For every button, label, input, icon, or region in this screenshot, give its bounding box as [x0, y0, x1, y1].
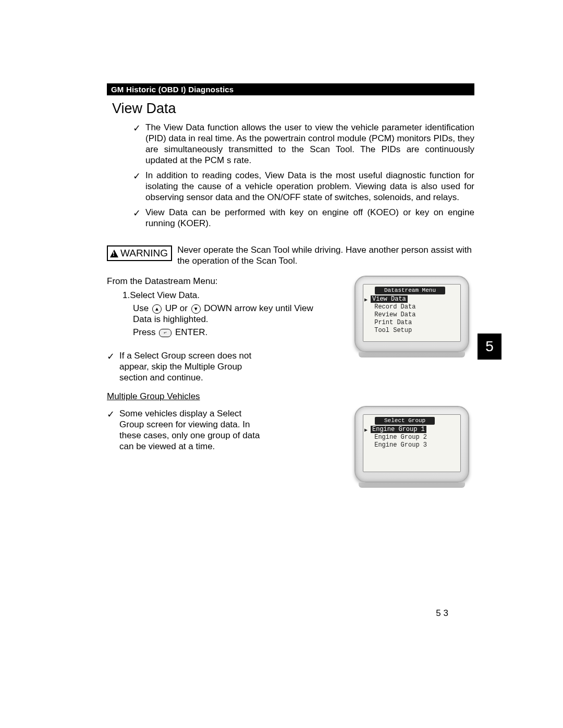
step-text: ENTER.	[175, 327, 207, 337]
intro-check-2: ✓ In addition to reading codes, View Dat…	[133, 170, 474, 203]
warning-triangle-icon	[110, 250, 118, 257]
checkmark-icon: ✓	[133, 207, 145, 229]
device-select-group: Select GroupEngine Group 1 Engine Group …	[354, 406, 474, 503]
down-arrow-key-icon: ▼	[191, 304, 201, 314]
enter-key-icon: ↵	[159, 329, 172, 337]
checkmark-icon: ✓	[107, 350, 119, 383]
scan-tool-frame: Select GroupEngine Group 1 Engine Group …	[354, 406, 469, 483]
intro-check-1: ✓ The View Data function allows the user…	[133, 122, 474, 166]
checkmark-icon: ✓	[133, 122, 145, 166]
page-title: View Data	[112, 101, 474, 117]
step-block-1: From the Datastream Menu: 1.Select View …	[107, 276, 474, 387]
step-text: Press	[133, 327, 155, 337]
up-arrow-key-icon: ▲	[152, 304, 162, 314]
scan-tool-screen-datastream: Datastream MenuView Data Record Data Rev…	[363, 284, 461, 342]
checkmark-icon: ✓	[107, 408, 119, 452]
after-step-check: ✓ If a Select Group screen does not appe…	[107, 350, 339, 383]
step-text: Use	[133, 303, 149, 313]
intro-text-2: In addition to reading codes, View Data …	[145, 170, 474, 203]
section-tab: 5	[478, 334, 501, 360]
step-intro: From the Datastream Menu:	[107, 276, 339, 287]
warning-label: WARNING	[107, 245, 172, 261]
step-block-2: ✓ Some vehicles display a Select Group s…	[107, 406, 474, 503]
scan-tool-frame: Datastream MenuView Data Record Data Rev…	[354, 276, 469, 352]
warning-label-text: WARNING	[120, 248, 168, 259]
step-instructions: From the Datastream Menu: 1.Select View …	[107, 276, 339, 387]
after-step-text: If a Select Group screen does not appear…	[119, 350, 260, 383]
chapter-header: GM Historic (OBD I) Diagnostics	[107, 83, 474, 95]
intro-text-3: View Data can be performed with key on e…	[145, 207, 474, 229]
intro-check-3: ✓ View Data can be performed with key on…	[133, 207, 474, 229]
warning-text: Never operate the Scan Tool while drivin…	[177, 244, 474, 266]
scan-tool-base	[359, 352, 465, 357]
multiple-group-text: Some vehicles display a Select Group scr…	[119, 408, 265, 452]
document-page: GM Historic (OBD I) Diagnostics View Dat…	[0, 0, 563, 728]
multiple-group-text-col: ✓ Some vehicles display a Select Group s…	[107, 406, 339, 503]
device-datastream: Datastream MenuView Data Record Data Rev…	[354, 276, 474, 387]
step-1-detail-press: Press ↵ ENTER.	[133, 327, 339, 338]
step-1-detail-use: Use ▲ UP or ▼ DOWN arrow key until View …	[133, 303, 339, 325]
step-text: UP or	[165, 303, 188, 313]
checkmark-icon: ✓	[133, 170, 145, 203]
multiple-group-subheading: Multiple Group Vehicles	[107, 391, 474, 402]
intro-text-1: The View Data function allows the user t…	[145, 122, 474, 166]
page-number: 5 3	[436, 608, 448, 619]
step-1: 1.Select View Data.	[123, 290, 339, 301]
scan-tool-base	[359, 483, 465, 488]
warning-block: WARNING Never operate the Scan Tool whil…	[107, 244, 474, 266]
scan-tool-screen-select-group: Select GroupEngine Group 1 Engine Group …	[363, 414, 461, 472]
